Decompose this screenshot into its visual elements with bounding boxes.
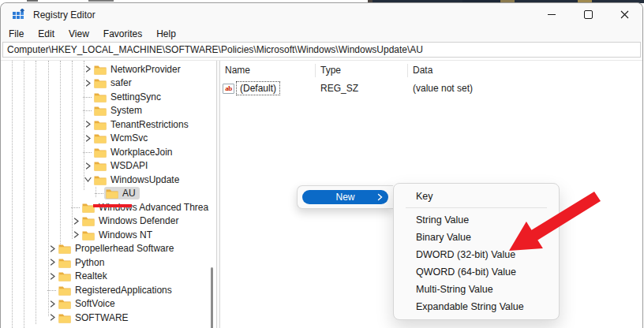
submenu-item-key[interactable]: Key: [398, 188, 555, 205]
context-menu-new-label: New: [335, 192, 354, 203]
tree-node-box: Realtek: [57, 270, 111, 282]
registry-editor-app-icon: [12, 9, 24, 21]
expand-chevron[interactable]: [47, 313, 57, 322]
collapse-chevron[interactable]: [83, 175, 92, 184]
submenu-item-qword-64-bit-value[interactable]: QWORD (64-bit) Value: [398, 263, 555, 281]
tree-item-windowsupdate[interactable]: WindowsUpdate: [1, 173, 210, 187]
tree-node-box: WindowsUpdate: [92, 173, 183, 186]
tree-item-au[interactable]: AU: [1, 187, 210, 201]
chevron-right-icon: [73, 230, 80, 239]
submenu-item-multi-string-value[interactable]: Multi-String Value: [398, 281, 555, 298]
tree-item-wsdapi[interactable]: WSDAPI: [1, 159, 210, 173]
tree-item-workplacejoin[interactable]: WorkplaceJoin: [1, 145, 210, 159]
menu-item-help[interactable]: Help: [149, 27, 183, 41]
tree-node-box: WorkplaceJoin: [92, 146, 176, 158]
expand-chevron[interactable]: [47, 299, 57, 308]
maximize-button[interactable]: [570, 3, 606, 26]
tree-item-python[interactable]: Python: [1, 255, 210, 270]
tree-node-box: Python: [57, 256, 108, 269]
expand-chevron[interactable]: [71, 216, 80, 226]
tree-item-label: WcmSvc: [110, 132, 148, 144]
expand-chevron[interactable]: [71, 230, 80, 240]
chevron-right-icon: [49, 300, 56, 308]
tree-connector: [83, 147, 92, 157]
tree-item-settingsync[interactable]: SettingSync: [1, 90, 210, 104]
value-name-cell: ab(Default): [220, 81, 316, 95]
chevron-down-icon: [84, 176, 92, 183]
tree-item-tenantrestrictions[interactable]: TenantRestrictions: [1, 117, 210, 132]
tree-connector: [95, 188, 104, 198]
folder-icon: [106, 188, 118, 199]
tree-item-system[interactable]: System: [1, 104, 210, 118]
registry-tree-pane: NetworkProvidersaferSettingSyncSystemTen…: [1, 61, 217, 328]
tree-item-label: SOFTWARE: [75, 312, 129, 323]
tree-connector: [83, 92, 92, 102]
chevron-right-icon: [49, 272, 56, 281]
menu-item-view[interactable]: View: [62, 27, 96, 41]
tree-node-box: RegisteredApplications: [57, 284, 176, 296]
expand-chevron[interactable]: [47, 258, 57, 267]
tree-connector: [47, 285, 57, 295]
tree-item-software[interactable]: SOFTWARE: [1, 311, 210, 325]
chevron-right-icon: [84, 134, 92, 143]
annotation-underline-au: [93, 204, 132, 207]
tree-item-realtek[interactable]: Realtek: [1, 270, 210, 284]
column-header-name[interactable]: Name: [220, 64, 316, 77]
minimize-button[interactable]: [534, 3, 570, 26]
tree-item-label: WorkplaceJoin: [110, 147, 172, 158]
menu-item-favorites[interactable]: Favorites: [96, 27, 149, 41]
context-menu: New: [297, 185, 393, 209]
tree-item-label: System: [110, 105, 142, 116]
folder-icon: [94, 147, 107, 158]
folder-icon: [94, 161, 107, 171]
column-header-data[interactable]: Data: [408, 64, 642, 77]
column-header-type[interactable]: Type: [316, 64, 408, 77]
menu-item-file[interactable]: File: [2, 27, 31, 41]
tree-list: NetworkProvidersaferSettingSyncSystemTen…: [1, 62, 210, 325]
tree-item-softvoice[interactable]: SoftVoice: [1, 297, 210, 311]
address-bar-input[interactable]: Computer\HKEY_LOCAL_MACHINE\SOFTWARE\Pol…: [2, 42, 641, 58]
expand-chevron[interactable]: [83, 161, 92, 170]
folder-icon: [94, 175, 107, 185]
tree-node-box: SoftVoice: [57, 297, 119, 310]
values-header-row: NameTypeData: [220, 62, 642, 78]
expand-chevron[interactable]: [83, 65, 92, 74]
tree-scrollbar-thumb[interactable]: [211, 267, 213, 328]
submenu-item-string-value[interactable]: String Value: [398, 211, 555, 229]
close-button[interactable]: [606, 3, 642, 26]
expand-chevron[interactable]: [83, 78, 92, 88]
tree-item-networkprovider[interactable]: NetworkProvider: [1, 62, 210, 76]
tree-item-label: AU: [122, 188, 136, 199]
desktop-wallpaper-sliver: [27, 0, 114, 2]
tree-item-label: WSDAPI: [110, 160, 148, 171]
close-icon: [620, 10, 629, 19]
expand-chevron[interactable]: [83, 120, 92, 129]
tree-item-wcmsvc[interactable]: WcmSvc: [1, 132, 210, 146]
tree-item-registeredapplications[interactable]: RegisteredApplications: [1, 283, 210, 297]
submenu-item-dword-32-bit-value[interactable]: DWORD (32-bit) Value: [398, 246, 555, 263]
tree-item-propellerhead-software[interactable]: Propellerhead Software: [1, 242, 210, 256]
tree-node-box: WSDAPI: [92, 159, 152, 172]
tree-node-box: Windows NT: [80, 229, 156, 241]
tree-item-safer[interactable]: safer: [1, 76, 210, 91]
expand-chevron[interactable]: [47, 244, 57, 253]
new-submenu: KeyString ValueBinary ValueDWORD (32-bit…: [393, 183, 560, 320]
tree-item-label: RegisteredApplications: [75, 285, 172, 296]
folder-icon: [82, 216, 95, 226]
expand-chevron[interactable]: [83, 133, 92, 143]
title-bar: Registry Editor: [1, 3, 642, 26]
menu-item-edit[interactable]: Edit: [31, 27, 62, 41]
chevron-right-icon: [84, 120, 92, 129]
value-data: (value not set): [408, 83, 642, 94]
submenu-item-expandable-string-value[interactable]: Expandable String Value: [398, 298, 555, 315]
tree-item-label: Python: [75, 257, 104, 268]
submenu-item-binary-value[interactable]: Binary Value: [398, 229, 555, 246]
values-rows: ab(Default)REG_SZ(value not set): [220, 81, 642, 95]
tree-item-windows-defender[interactable]: Windows Defender: [1, 214, 210, 229]
value-row-default[interactable]: ab(Default)REG_SZ(value not set): [220, 81, 642, 95]
tree-node-box: Windows Defender: [80, 214, 182, 227]
tree-item-windows-nt[interactable]: Windows NT: [1, 228, 210, 242]
submenu-arrow-icon: [377, 193, 383, 201]
expand-chevron[interactable]: [47, 271, 57, 281]
context-menu-item-new[interactable]: New: [302, 190, 388, 204]
